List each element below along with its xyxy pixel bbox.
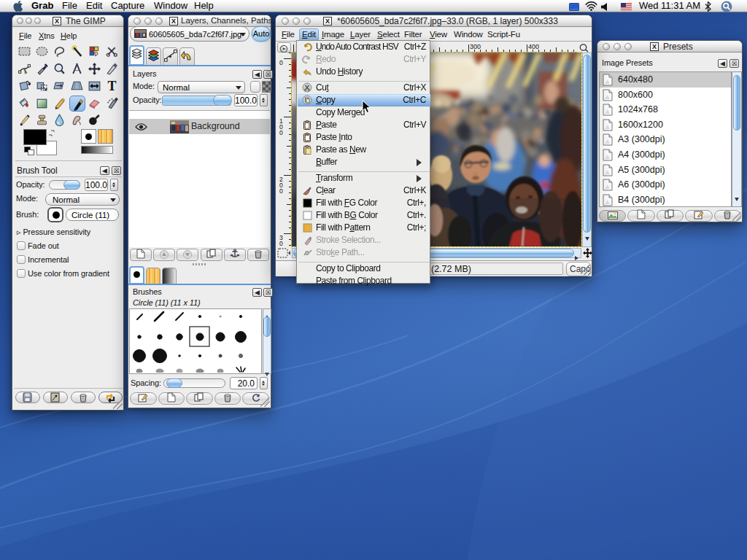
svg-text:T: T: [108, 79, 117, 93]
svg-text:0: 0: [279, 59, 283, 66]
svg-text:0: 0: [279, 246, 283, 246]
svg-text:400: 400: [528, 43, 539, 50]
svg-text:0: 0: [279, 187, 283, 195]
svg-text:0: 0: [279, 129, 283, 136]
svg-text:300: 300: [470, 43, 481, 50]
